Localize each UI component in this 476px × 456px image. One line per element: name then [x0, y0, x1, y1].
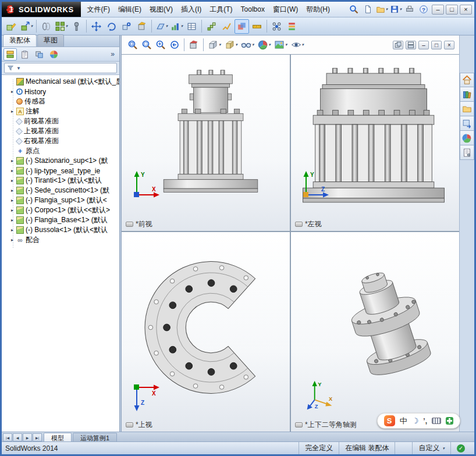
- tree-filter-input[interactable]: ▼: [4, 63, 117, 73]
- cascade-windows-icon[interactable]: [393, 41, 403, 49]
- configurationmanager-icon[interactable]: [33, 48, 46, 60]
- print-icon[interactable]: [403, 3, 416, 15]
- tree-item-sede-cuscinetto[interactable]: ▸ (-) Sede_cuscinetto<1> (默: [2, 186, 119, 195]
- ime-toolbox-icon[interactable]: [446, 417, 453, 425]
- menu-toolbox[interactable]: Toolbox: [237, 3, 269, 16]
- viewport-isometric[interactable]: Y X Z *上下二等角轴测: [291, 232, 459, 432]
- search-icon[interactable]: [347, 3, 360, 15]
- apply-scene-icon[interactable]: ▾: [273, 38, 289, 52]
- expand-arrow-icon[interactable]: ▸: [10, 178, 15, 183]
- new-document-icon[interactable]: [361, 3, 374, 15]
- expand-arrow-icon[interactable]: ▸: [10, 188, 15, 193]
- tree-item-right-plane[interactable]: 右视基准面: [2, 136, 119, 146]
- tree-item-annotations[interactable]: ▸ 注解: [2, 106, 119, 116]
- filter-dropdown-icon[interactable]: ▼: [16, 66, 21, 71]
- section-view-icon[interactable]: [187, 38, 200, 52]
- propertymanager-icon[interactable]: [18, 48, 31, 60]
- tree-item-mechanical-seal[interactable]: Mechanical seal (默认<默认_显: [2, 77, 119, 87]
- edit-appearance-icon[interactable]: ▾: [257, 38, 272, 52]
- zoom-in-out-icon[interactable]: [154, 38, 167, 52]
- interference-detection-icon[interactable]: [235, 19, 249, 34]
- previous-tab-button[interactable]: [13, 433, 22, 441]
- tree-item-sensors[interactable]: 传感器: [2, 97, 119, 106]
- view-settings-icon[interactable]: ▾: [290, 38, 306, 52]
- expand-arrow-icon[interactable]: ▸: [10, 168, 15, 173]
- custom-properties-icon[interactable]: [460, 145, 474, 160]
- model-top-view[interactable]: [138, 254, 285, 401]
- ime-language-toggle[interactable]: 中: [400, 416, 407, 426]
- menu-file[interactable]: 文件(F): [83, 2, 114, 17]
- sogou-logo-icon[interactable]: S: [384, 415, 395, 426]
- clearance-verification-icon[interactable]: [250, 19, 264, 34]
- menu-window[interactable]: 窗口(W): [269, 2, 302, 17]
- close-button[interactable]: ×: [460, 5, 472, 15]
- previous-view-icon[interactable]: [168, 38, 181, 52]
- expand-arrow-icon[interactable]: ▸: [10, 208, 15, 213]
- expand-arrow-icon[interactable]: ▸: [10, 109, 15, 114]
- doc-restore-button[interactable]: □: [431, 41, 442, 49]
- reference-geometry-icon[interactable]: ▾: [154, 19, 169, 34]
- zoom-to-fit-icon[interactable]: [126, 38, 139, 52]
- units-selector[interactable]: 自定义▾: [412, 442, 450, 454]
- minimize-button[interactable]: –: [432, 5, 444, 15]
- ime-punctuation-toggle[interactable]: ’,: [423, 417, 427, 425]
- tile-windows-icon[interactable]: [406, 41, 416, 49]
- commandmanager-tab-sketch[interactable]: 草图: [37, 34, 64, 47]
- quick-tips-icon[interactable]: [457, 444, 465, 453]
- display-style-icon[interactable]: ▾: [223, 38, 239, 52]
- expand-arrow-icon[interactable]: ▸: [10, 227, 15, 233]
- expand-panel-button[interactable]: »: [108, 50, 118, 58]
- next-tab-button[interactable]: [23, 433, 32, 441]
- explode-line-sketch-icon[interactable]: [219, 19, 234, 34]
- tree-item-top-plane[interactable]: 上视基准面: [2, 126, 119, 136]
- viewport-front[interactable]: Y X *前视: [122, 55, 290, 231]
- tab-model[interactable]: 模型: [44, 433, 72, 441]
- open-document-icon[interactable]: ▾: [375, 3, 388, 15]
- expand-arrow-icon[interactable]: ▸: [10, 158, 15, 163]
- tree-item-stazionario-sup[interactable]: ▸ (-) Stazionario_sup<1> (默: [2, 156, 119, 166]
- menu-view[interactable]: 视图(V): [145, 2, 177, 17]
- first-tab-button[interactable]: [3, 433, 12, 441]
- menu-insert[interactable]: 插入(I): [177, 2, 205, 17]
- expand-arrow-icon[interactable]: ▸: [10, 89, 15, 94]
- commandmanager-tab-assembly[interactable]: 装配体: [3, 34, 37, 47]
- move-component-icon[interactable]: [89, 19, 104, 34]
- save-icon[interactable]: ▾: [389, 3, 402, 15]
- viewport-left[interactable]: Y Z *左视: [291, 55, 459, 231]
- insert-components-icon[interactable]: ▾: [19, 19, 34, 34]
- help-icon[interactable]: ?: [417, 3, 430, 15]
- appearances-scenes-icon[interactable]: [460, 131, 474, 145]
- hole-alignment-icon[interactable]: [269, 19, 284, 34]
- tree-item-flangia-sup[interactable]: ▸ (-) Flangia_sup<1> (默认<: [2, 195, 119, 205]
- edit-component-icon[interactable]: [4, 19, 19, 34]
- expand-arrow-icon[interactable]: ▸: [10, 218, 15, 223]
- linear-component-pattern-icon[interactable]: ▾: [54, 19, 69, 34]
- tree-item-flangia-base[interactable]: ▸ (-) Flangia_Base<1> (默认: [2, 215, 119, 225]
- expand-arrow-icon[interactable]: ▸: [10, 198, 15, 203]
- viewport-top[interactable]: X Z *上视: [122, 232, 290, 432]
- tree-item-history[interactable]: ▸ History: [2, 87, 119, 97]
- mate-icon[interactable]: [39, 19, 54, 34]
- menu-tools[interactable]: 工具(T): [205, 2, 236, 17]
- tree-item-corpo[interactable]: ▸ (-) Corpo<1> (默认<<默认>: [2, 205, 119, 215]
- view-orientation-icon[interactable]: ▾: [207, 38, 222, 52]
- tree-item-origin[interactable]: 原点: [2, 146, 119, 156]
- model-isometric-view[interactable]: [325, 256, 452, 393]
- design-library-icon[interactable]: [460, 87, 474, 102]
- doc-close-button[interactable]: ×: [444, 41, 454, 49]
- tab-motion-study[interactable]: 运动算例1: [73, 433, 117, 441]
- last-tab-button[interactable]: [33, 433, 42, 441]
- smart-fasteners-icon[interactable]: [69, 19, 84, 34]
- rotate-component-icon[interactable]: [104, 19, 119, 34]
- ime-fullwidth-moon-icon[interactable]: [412, 416, 419, 425]
- expand-arrow-icon[interactable]: ▸: [10, 237, 15, 243]
- menu-help[interactable]: 帮助(H): [302, 2, 334, 17]
- hide-show-items-icon[interactable]: ▾: [240, 38, 255, 52]
- tree-item-bussola[interactable]: ▸ (-) Bussola<1> (默认<默认: [2, 225, 119, 235]
- zoom-to-area-icon[interactable]: [140, 38, 153, 52]
- restore-button[interactable]: □: [446, 5, 458, 15]
- view-palette-icon[interactable]: [460, 116, 474, 131]
- assembly-visualization-icon[interactable]: [285, 19, 299, 34]
- file-explorer-icon[interactable]: [460, 102, 474, 116]
- featuremanager-tree-icon[interactable]: [3, 48, 17, 60]
